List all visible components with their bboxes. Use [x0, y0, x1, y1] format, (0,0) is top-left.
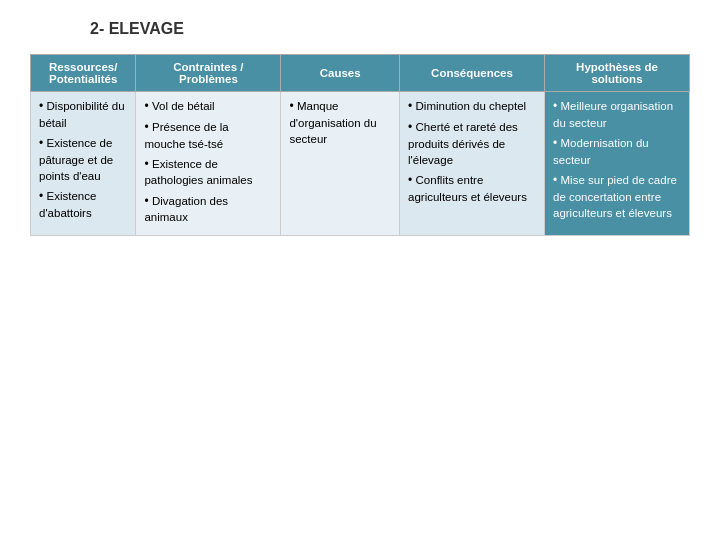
cell-hypotheses: Meilleure organisation du secteur Modern…	[544, 92, 689, 236]
header-consequences: Conséquences	[400, 55, 545, 92]
cell-contraintes: Vol de bétail Présence de la mouche tsé-…	[136, 92, 281, 236]
list-item: Existence de pathologies animales	[144, 156, 272, 189]
list-item: Existence de pâturage et de points d'eau	[39, 135, 127, 184]
header-contraintes: Contraintes / Problèmes	[136, 55, 281, 92]
list-item: Divagation des animaux	[144, 193, 272, 226]
list-item: Disponibilité du bétail	[39, 98, 127, 131]
list-item: Conflits entre agriculteurs et éleveurs	[408, 172, 536, 205]
list-item: Mise sur pied de cadre de concertation e…	[553, 172, 681, 221]
consequences-list: Diminution du cheptel Cherté et rareté d…	[408, 98, 536, 205]
list-item: Meilleure organisation du secteur	[553, 98, 681, 131]
header-causes: Causes	[281, 55, 400, 92]
main-table: Ressources/ Potentialités Contraintes / …	[30, 54, 690, 236]
page: 2- ELEVAGE Ressources/ Potentialités Con…	[0, 0, 720, 540]
cell-resources: Disponibilité du bétail Existence de pât…	[31, 92, 136, 236]
header-hypotheses: Hypothèses de solutions	[544, 55, 689, 92]
hypotheses-list: Meilleure organisation du secteur Modern…	[553, 98, 681, 221]
cell-consequences: Diminution du cheptel Cherté et rareté d…	[400, 92, 545, 236]
page-title: 2- ELEVAGE	[90, 20, 690, 38]
list-item: Vol de bétail	[144, 98, 272, 115]
table-row: Disponibilité du bétail Existence de pât…	[31, 92, 690, 236]
list-item: Cherté et rareté des produits dérivés de…	[408, 119, 536, 168]
causes-list: Manque d'organisation du secteur	[289, 98, 391, 147]
list-item: Présence de la mouche tsé-tsé	[144, 119, 272, 152]
cell-causes: Manque d'organisation du secteur	[281, 92, 400, 236]
resources-list: Disponibilité du bétail Existence de pât…	[39, 98, 127, 221]
list-item: Manque d'organisation du secteur	[289, 98, 391, 147]
header-resources: Ressources/ Potentialités	[31, 55, 136, 92]
list-item: Diminution du cheptel	[408, 98, 536, 115]
contraintes-list: Vol de bétail Présence de la mouche tsé-…	[144, 98, 272, 225]
list-item: Existence d'abattoirs	[39, 188, 127, 221]
list-item: Modernisation du secteur	[553, 135, 681, 168]
